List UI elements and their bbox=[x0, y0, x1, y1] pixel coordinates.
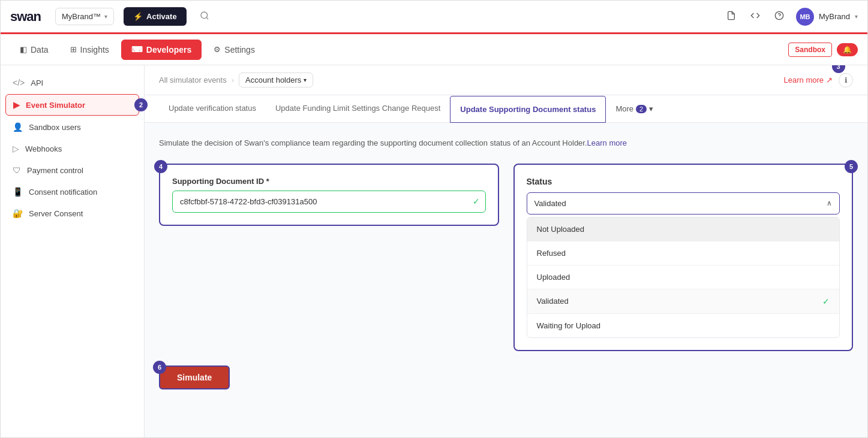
learn-more-link[interactable]: Learn more ↗ bbox=[784, 75, 833, 84]
user-menu[interactable]: MB MyBrand ▾ bbox=[796, 8, 858, 26]
notification-icon: 🔔 bbox=[843, 46, 852, 54]
data-icon: ◧ bbox=[20, 45, 27, 54]
insights-icon: ⊞ bbox=[70, 45, 77, 54]
bolt-icon: ⚡ bbox=[133, 12, 143, 21]
sandbox-users-icon: 👤 bbox=[13, 122, 23, 132]
tab-more[interactable]: More 2 ▾ bbox=[611, 96, 658, 122]
dropdown-item-waiting[interactable]: Waiting for Upload bbox=[527, 314, 840, 337]
settings-icon: ⚙ bbox=[214, 45, 221, 54]
supporting-doc-label: Supporting Document ID * bbox=[172, 177, 486, 186]
input-valid-icon: ✓ bbox=[473, 197, 480, 206]
uploaded-label: Uploaded bbox=[537, 273, 570, 282]
annotation-5: 5 bbox=[845, 160, 858, 173]
breadcrumb-right: 3 Learn more ↗ ℹ bbox=[784, 73, 853, 87]
learn-more-label: Learn more bbox=[784, 75, 824, 84]
second-nav-right: Sandbox 🔔 bbox=[788, 43, 858, 57]
sidebar-item-webhooks-label: Webhooks bbox=[25, 144, 62, 153]
supporting-doc-input[interactable] bbox=[172, 191, 486, 213]
sidebar-item-webhooks[interactable]: ▷ Webhooks bbox=[5, 138, 139, 159]
breadcrumb-chevron: ▾ bbox=[304, 77, 307, 83]
dropdown-item-not-uploaded[interactable]: Not Uploaded bbox=[527, 218, 840, 241]
activate-label: Activate bbox=[146, 12, 177, 21]
brand-name: MyBrand™ bbox=[62, 12, 101, 21]
tab-more-label: More bbox=[615, 104, 633, 113]
breadcrumb: All simulator events › Account holders ▾ bbox=[159, 73, 313, 87]
sidebar-item-api[interactable]: </> API bbox=[5, 73, 139, 93]
event-simulator-icon: ▶ bbox=[13, 100, 20, 110]
validated-check-icon: ✓ bbox=[822, 297, 830, 306]
tab-developers-label: Developers bbox=[146, 45, 191, 55]
developers-icon: ⌨ bbox=[131, 45, 143, 54]
breadcrumb-bar: All simulator events › Account holders ▾… bbox=[145, 65, 867, 95]
brand-selector[interactable]: MyBrand™ ▾ bbox=[55, 8, 114, 25]
status-form: 5 Status Validated ∧ Not Uploaded Refuse… bbox=[513, 164, 854, 351]
payment-control-icon: 🛡 bbox=[13, 165, 21, 175]
nav-icons: MB MyBrand ▾ bbox=[724, 8, 858, 26]
breadcrumb-current[interactable]: Account holders ▾ bbox=[239, 73, 313, 87]
form-description: Simulate the decision of Swan's complian… bbox=[159, 137, 853, 149]
tab-update-supporting[interactable]: Update Supporting Document status bbox=[450, 96, 606, 123]
user-chevron: ▾ bbox=[855, 13, 858, 20]
learn-more-inline[interactable]: Learn more bbox=[587, 138, 627, 147]
top-navbar: swan MyBrand™ ▾ ⚡ Activate MB MyBrand bbox=[1, 1, 867, 34]
sidebar-item-event-simulator-label: Event Simulator bbox=[26, 101, 85, 110]
tabs-bar: Update verification status Update Fundin… bbox=[145, 95, 867, 123]
sidebar-item-consent-notification[interactable]: 📱 Consent notification bbox=[5, 182, 139, 202]
brand-chevron: ▾ bbox=[104, 13, 107, 20]
tab-more-badge: 2 bbox=[636, 105, 647, 113]
tab-developers[interactable]: ⌨ Developers bbox=[121, 40, 202, 60]
annotation-4: 4 bbox=[154, 160, 167, 173]
main-layout: </> API ▶ Event Simulator 2 👤 Sandbox us… bbox=[1, 65, 867, 437]
sidebar: </> API ▶ Event Simulator 2 👤 Sandbox us… bbox=[1, 65, 145, 437]
validated-label: Validated bbox=[537, 297, 569, 306]
dropdown-item-validated[interactable]: Validated ✓ bbox=[527, 289, 840, 314]
tab-update-verification[interactable]: Update verification status bbox=[159, 95, 266, 122]
dropdown-item-uploaded[interactable]: Uploaded bbox=[527, 265, 840, 289]
annotation-6: 6 bbox=[153, 361, 166, 374]
activate-button[interactable]: ⚡ Activate bbox=[124, 7, 187, 26]
form-content: Simulate the decision of Swan's complian… bbox=[145, 123, 867, 404]
sidebar-item-sandbox-users-label: Sandbox users bbox=[29, 123, 81, 132]
tab-more-chevron: ▾ bbox=[649, 104, 653, 113]
sandbox-badge: Sandbox bbox=[788, 43, 832, 57]
refused-label: Refused bbox=[537, 249, 566, 258]
info-button[interactable]: ℹ bbox=[839, 73, 853, 87]
search-button[interactable] bbox=[196, 7, 213, 26]
simulate-button[interactable]: Simulate bbox=[159, 365, 230, 389]
status-select[interactable]: Validated ∧ bbox=[527, 192, 840, 215]
tab-settings[interactable]: ⚙ Settings bbox=[204, 40, 265, 59]
annotation-2: 2 bbox=[134, 98, 148, 111]
user-name: MyBrand bbox=[819, 12, 850, 21]
not-uploaded-label: Not Uploaded bbox=[537, 225, 585, 234]
supporting-doc-form: 4 Supporting Document ID * ✓ bbox=[159, 164, 499, 226]
sidebar-item-consent-notification-label: Consent notification bbox=[29, 188, 97, 197]
content: All simulator events › Account holders ▾… bbox=[145, 65, 867, 437]
help-icon-button[interactable] bbox=[772, 8, 786, 25]
code-icon-button[interactable] bbox=[748, 8, 762, 25]
simulate-btn-wrapper: 6 Simulate bbox=[159, 365, 230, 389]
waiting-label: Waiting for Upload bbox=[537, 321, 600, 330]
doc-icon-button[interactable] bbox=[724, 8, 738, 25]
external-link-icon: ↗ bbox=[826, 75, 833, 84]
sidebar-item-server-consent[interactable]: 🔐 Server Consent bbox=[5, 203, 139, 223]
avatar: MB bbox=[796, 8, 814, 26]
notification-button[interactable]: 🔔 bbox=[837, 43, 858, 56]
status-selected-value: Validated bbox=[534, 199, 566, 208]
breadcrumb-separator: › bbox=[232, 75, 234, 84]
sidebar-item-server-consent-label: Server Consent bbox=[29, 209, 83, 218]
svg-point-0 bbox=[201, 12, 208, 19]
svg-line-1 bbox=[206, 17, 208, 19]
tab-settings-label: Settings bbox=[224, 45, 255, 55]
sidebar-item-payment-control-label: Payment control bbox=[27, 166, 83, 175]
breadcrumb-all-events[interactable]: All simulator events bbox=[159, 75, 227, 84]
consent-notification-icon: 📱 bbox=[13, 187, 23, 197]
tab-update-funding[interactable]: Update Funding Limit Settings Change Req… bbox=[266, 95, 450, 122]
tab-data-label: Data bbox=[31, 45, 49, 55]
sidebar-item-payment-control[interactable]: 🛡 Payment control bbox=[5, 160, 139, 180]
tab-data[interactable]: ◧ Data bbox=[10, 40, 58, 59]
dropdown-item-refused[interactable]: Refused bbox=[527, 241, 840, 265]
field-input-wrapper: ✓ bbox=[172, 191, 486, 213]
sidebar-item-event-simulator[interactable]: ▶ Event Simulator bbox=[5, 94, 139, 116]
sidebar-item-sandbox-users[interactable]: 👤 Sandbox users bbox=[5, 117, 139, 137]
tab-insights[interactable]: ⊞ Insights bbox=[61, 40, 119, 59]
